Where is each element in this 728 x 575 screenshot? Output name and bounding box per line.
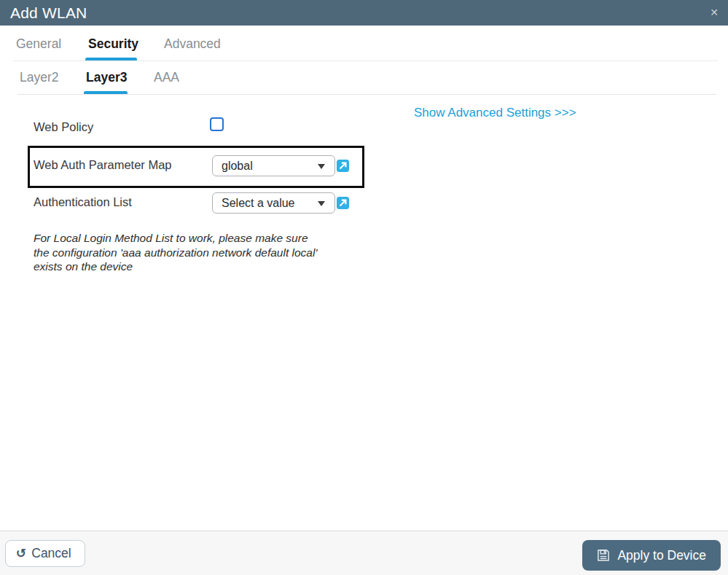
tab-divider — [13, 60, 718, 61]
undo-icon: ↺ — [16, 547, 26, 560]
subtab-layer3[interactable]: Layer3 — [86, 70, 127, 85]
save-disk-icon — [597, 549, 610, 562]
dialog-title: Add WLAN — [10, 0, 87, 26]
web-auth-parameter-map-dropdown[interactable]: global — [212, 155, 335, 176]
web-policy-checkbox[interactable] — [210, 117, 224, 131]
authentication-list-config-link-icon[interactable] — [337, 197, 349, 209]
authentication-list-dropdown[interactable]: Select a value — [212, 192, 335, 214]
web-auth-parameter-map-label: Web Auth Parameter Map — [34, 158, 172, 172]
note-line: the configuration 'aaa authorization net… — [34, 246, 340, 260]
authentication-list-label: Authentication List — [34, 195, 132, 209]
arrow-up-right-icon — [338, 161, 348, 171]
web-auth-config-link-icon[interactable] — [337, 160, 349, 172]
web-policy-label: Web Policy — [34, 120, 93, 134]
tab-general[interactable]: General — [16, 36, 61, 52]
dropdown-arrow-icon — [318, 164, 325, 169]
local-login-note: For Local Login Method List to work, ple… — [34, 231, 340, 274]
cancel-button-label: Cancel — [31, 546, 71, 561]
cancel-button[interactable]: ↺ Cancel — [5, 540, 85, 567]
close-icon[interactable]: ✕ — [710, 0, 719, 26]
web-auth-parameter-map-value: global — [222, 156, 253, 176]
dialog-footer: ↺ Cancel Apply to Device — [0, 531, 728, 575]
dropdown-arrow-icon — [318, 201, 325, 206]
add-wlan-dialog: Add WLAN ✕ General Security Advanced Lay… — [0, 0, 728, 575]
note-line: For Local Login Method List to work, ple… — [34, 231, 340, 246]
note-line: exists on the device — [34, 259, 340, 274]
apply-to-device-button[interactable]: Apply to Device — [582, 540, 721, 571]
subtab-aaa[interactable]: AAA — [154, 70, 179, 85]
show-advanced-settings-link[interactable]: Show Advanced Settings >>> — [414, 106, 576, 120]
apply-button-label: Apply to Device — [617, 548, 706, 563]
dialog-header: Add WLAN ✕ — [0, 0, 728, 26]
authentication-list-value: Select a value — [222, 193, 295, 214]
arrow-up-right-icon — [338, 198, 348, 208]
tab-security[interactable]: Security — [88, 36, 138, 52]
subtab-divider — [17, 94, 716, 95]
tab-advanced[interactable]: Advanced — [164, 36, 221, 52]
subtab-layer2[interactable]: Layer2 — [20, 70, 59, 85]
